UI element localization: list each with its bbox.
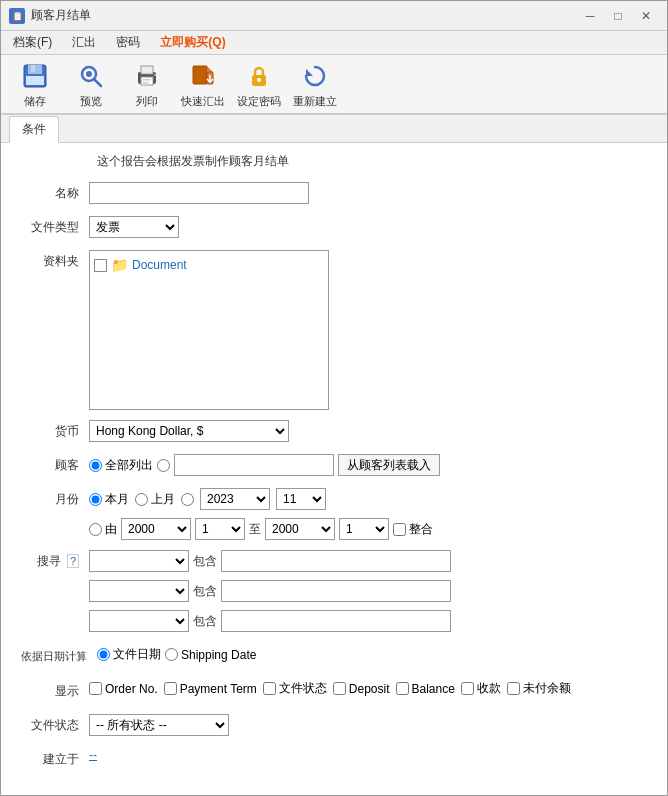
quick-export-button[interactable]: 快速汇出 (177, 58, 229, 110)
display-deposit[interactable]: Deposit (333, 682, 390, 696)
print-label: 列印 (136, 94, 158, 109)
created-value[interactable]: -- (89, 748, 97, 762)
load-customer-button[interactable]: 从顾客列表载入 (338, 454, 440, 476)
svg-marker-19 (306, 69, 313, 76)
from-month-select[interactable]: 123 (195, 518, 245, 540)
doc-date-radio[interactable] (97, 648, 110, 661)
custom-month-label[interactable] (181, 493, 194, 506)
customer-all-radio[interactable] (89, 459, 102, 472)
payment-term-checkbox[interactable] (164, 682, 177, 695)
search-select-3[interactable] (89, 610, 189, 632)
menu-password[interactable]: 密码 (108, 32, 148, 53)
outstanding-checkbox[interactable] (507, 682, 520, 695)
shipping-date-radio[interactable] (165, 648, 178, 661)
search-input-2[interactable] (221, 580, 451, 602)
display-order-no[interactable]: Order No. (89, 682, 158, 696)
this-month-radio[interactable] (89, 493, 102, 506)
set-password-button[interactable]: 设定密码 (233, 58, 285, 110)
title-controls: ─ □ ✕ (577, 6, 659, 26)
order-no-checkbox[interactable] (89, 682, 102, 695)
svg-rect-12 (154, 74, 156, 76)
minimize-button[interactable]: ─ (577, 6, 603, 26)
customer-input[interactable] (174, 454, 334, 476)
balance-checkbox[interactable] (396, 682, 409, 695)
shipping-date-label[interactable]: Shipping Date (165, 648, 256, 662)
last-month-label[interactable]: 上月 (135, 491, 175, 508)
search-select-2[interactable] (89, 580, 189, 602)
svg-rect-11 (143, 82, 149, 84)
preview-label: 预览 (80, 94, 102, 109)
last-month-radio[interactable] (135, 493, 148, 506)
rebuild-button[interactable]: 重新建立 (289, 58, 341, 110)
date-calc-control: 文件日期 Shipping Date (97, 646, 651, 663)
this-month-label[interactable]: 本月 (89, 491, 129, 508)
file-status-select[interactable]: -- 所有状态 -- 已确认 未确认 (89, 714, 229, 736)
doc-status-checkbox[interactable] (263, 682, 276, 695)
to-year-select[interactable]: 2000 (265, 518, 335, 540)
menu-file[interactable]: 档案(F) (5, 32, 60, 53)
from-year-select[interactable]: 2000 (121, 518, 191, 540)
order-no-text: Order No. (105, 682, 158, 696)
save-label: 储存 (24, 94, 46, 109)
year-select[interactable]: 2023 2022 2021 (200, 488, 270, 510)
name-input[interactable] (89, 182, 309, 204)
month-select[interactable]: 11 1234 5678 91012 (276, 488, 326, 510)
doc-date-label[interactable]: 文件日期 (97, 646, 161, 663)
this-month-text: 本月 (105, 491, 129, 508)
display-outstanding[interactable]: 未付余额 (507, 680, 571, 697)
folder-checkbox[interactable] (94, 259, 107, 272)
window-icon: 📋 (9, 8, 25, 24)
close-button[interactable]: ✕ (633, 6, 659, 26)
custom-month-radio[interactable] (181, 493, 194, 506)
folder-tree[interactable]: 📁 Document (89, 250, 329, 410)
to-label: 至 (249, 521, 261, 538)
svg-rect-8 (141, 66, 153, 74)
display-receipt[interactable]: 收款 (461, 680, 501, 697)
search-input-3[interactable] (221, 610, 451, 632)
main-window: 📋 顾客月结单 ─ □ ✕ 档案(F) 汇出 密码 立即购买(Q) 储存 (0, 0, 668, 796)
date-calc-row: 依据日期计算 文件日期 Shipping Date (17, 646, 651, 670)
filetype-select[interactable]: 发票 收据 订单 (89, 216, 179, 238)
rebuild-label: 重新建立 (293, 94, 337, 109)
display-doc-status[interactable]: 文件状态 (263, 680, 327, 697)
customer-row: 顾客 全部列出 从顾客列表载入 (17, 454, 651, 478)
help-link[interactable]: ? (67, 554, 79, 568)
save-icon (19, 60, 51, 92)
file-status-label: 文件状态 (17, 714, 89, 734)
deposit-checkbox[interactable] (333, 682, 346, 695)
tab-conditions[interactable]: 条件 (9, 116, 59, 143)
display-payment-term[interactable]: Payment Term (164, 682, 257, 696)
consolidate-checkbox[interactable] (393, 523, 406, 536)
svg-rect-3 (26, 76, 44, 85)
folder-item-document[interactable]: 📁 Document (94, 255, 324, 275)
display-control: Order No. Payment Term 文件状态 Deposit (89, 680, 651, 697)
preview-button[interactable]: 预览 (65, 58, 117, 110)
display-items: Order No. Payment Term 文件状态 Deposit (89, 680, 571, 697)
save-button[interactable]: 储存 (9, 58, 61, 110)
search-select-1[interactable] (89, 550, 189, 572)
currency-select[interactable]: Hong Kong Dollar, $ US Dollar, $ RMB, ¥ (89, 420, 289, 442)
to-month-select[interactable]: 123 (339, 518, 389, 540)
consolidate-label[interactable]: 整合 (393, 521, 433, 538)
search-input-1[interactable] (221, 550, 451, 572)
maximize-button[interactable]: □ (605, 6, 631, 26)
receipt-checkbox[interactable] (461, 682, 474, 695)
menu-export[interactable]: 汇出 (64, 32, 104, 53)
date-calc-label: 依据日期计算 (17, 646, 97, 664)
menu-buy[interactable]: 立即购买(Q) (152, 32, 233, 53)
date-range-radio[interactable] (89, 523, 102, 536)
currency-label: 货币 (17, 420, 89, 440)
last-month-text: 上月 (151, 491, 175, 508)
customer-specific-radio[interactable] (157, 459, 170, 472)
customer-control: 全部列出 从顾客列表载入 (89, 454, 651, 476)
month-control: 本月 上月 2023 2022 2021 11 (89, 488, 651, 540)
svg-point-18 (257, 78, 261, 82)
customer-all-label[interactable]: 全部列出 (89, 457, 153, 474)
display-balance[interactable]: Balance (396, 682, 455, 696)
print-button[interactable]: 列印 (121, 58, 173, 110)
folder-label: 资料夹 (17, 250, 89, 270)
contains-label-2: 包含 (193, 583, 217, 600)
customer-specific-label[interactable] (157, 459, 170, 472)
date-range-label[interactable]: 由 (89, 521, 117, 538)
deposit-text: Deposit (349, 682, 390, 696)
